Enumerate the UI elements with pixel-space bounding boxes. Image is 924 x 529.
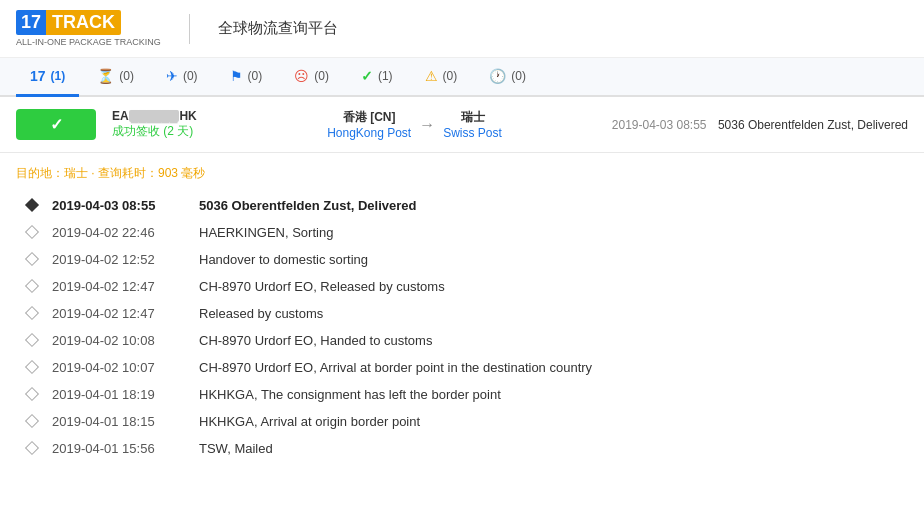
- timeline-item: 2019-04-02 12:47Released by customs: [24, 300, 900, 327]
- tracking-num-prefix: EA: [112, 109, 129, 123]
- timeline-item: 2019-04-01 18:19HKHKGA, The consignment …: [24, 381, 900, 408]
- tab-all-count: (1): [51, 69, 66, 83]
- dest-carrier: Swiss Post: [443, 126, 502, 140]
- timeline-desc: 5036 Oberentfelden Zust, Delivered: [199, 198, 416, 213]
- package-status-text: 成功签收 (2 天): [112, 123, 303, 140]
- detail-meta: 目的地：瑞士 · 查询耗时：903 毫秒: [16, 165, 908, 182]
- timeline-item: 2019-04-01 18:15HKHKGA, Arrival at origi…: [24, 408, 900, 435]
- logo-area: 17TRACK ALL-IN-ONE PACKAGE TRACKING 全球物流…: [16, 10, 338, 47]
- tab-delivered-icon: ✓: [361, 68, 373, 84]
- timeline: 2019-04-03 08:555036 Oberentfelden Zust,…: [16, 192, 908, 462]
- tracking-number-display: EA██████HK: [112, 109, 303, 123]
- timeline-time: 2019-04-02 10:07: [52, 360, 187, 375]
- timeline-item: 2019-04-01 15:56TSW, Mailed: [24, 435, 900, 462]
- package-route: 香港 [CN] HongKong Post → 瑞士 Swiss Post: [319, 109, 510, 140]
- tab-transit-icon: ✈: [166, 68, 178, 84]
- tab-undelivered-count: (0): [314, 69, 329, 83]
- diamond-empty-icon: [25, 333, 39, 347]
- header-title: 全球物流查询平台: [218, 19, 338, 38]
- timeline-time: 2019-04-03 08:55: [52, 198, 187, 213]
- header: 17TRACK ALL-IN-ONE PACKAGE TRACKING 全球物流…: [0, 0, 924, 58]
- tab-all-icon: 17: [30, 68, 46, 84]
- dest-country: 瑞士: [461, 109, 485, 126]
- tab-alert-icon: ⚠: [425, 68, 438, 84]
- timeline-desc: CH-8970 Urdorf EO, Handed to customs: [199, 333, 432, 348]
- package-info: 2019-04-03 08:55 5036 Oberentfelden Zust…: [526, 118, 908, 132]
- timeline-time: 2019-04-01 18:19: [52, 387, 187, 402]
- route-dest: 瑞士 Swiss Post: [443, 109, 502, 140]
- tab-expired-icon: 🕐: [489, 68, 506, 84]
- timeline-time: 2019-04-02 12:52: [52, 252, 187, 267]
- timeline-desc: Released by customs: [199, 306, 323, 321]
- tab-pending-icon: ⏳: [97, 68, 114, 84]
- tab-delivered-count: (1): [378, 69, 393, 83]
- timeline-desc: HKHKGA, Arrival at origin border point: [199, 414, 420, 429]
- timeline-item: 2019-04-02 12:52Handover to domestic sor…: [24, 246, 900, 273]
- timeline-time: 2019-04-01 15:56: [52, 441, 187, 456]
- tab-all[interactable]: 17 (1): [16, 58, 79, 97]
- timeline-time: 2019-04-02 12:47: [52, 306, 187, 321]
- timeline-desc: HAERKINGEN, Sorting: [199, 225, 333, 240]
- diamond-empty-icon: [25, 387, 39, 401]
- tab-expired-count: (0): [511, 69, 526, 83]
- diamond-empty-icon: [25, 225, 39, 239]
- logo-wrapper: 17TRACK ALL-IN-ONE PACKAGE TRACKING: [16, 10, 161, 47]
- route-arrow: →: [419, 116, 435, 134]
- timeline-icon: [24, 306, 40, 318]
- tab-pending-count: (0): [119, 69, 134, 83]
- timeline-desc: HKHKGA, The consignment has left the bor…: [199, 387, 501, 402]
- tab-pending[interactable]: ⏳ (0): [83, 58, 148, 97]
- timeline-desc: CH-8970 Urdorf EO, Released by customs: [199, 279, 445, 294]
- logo-track: TRACK: [46, 10, 121, 35]
- logo-17: 17: [16, 10, 46, 35]
- tab-pickup-icon: ⚑: [230, 68, 243, 84]
- logo-sub: ALL-IN-ONE PACKAGE TRACKING: [16, 37, 161, 47]
- tab-alert-count: (0): [443, 69, 458, 83]
- tab-expired[interactable]: 🕐 (0): [475, 58, 540, 97]
- tab-undelivered[interactable]: ☹ (0): [280, 58, 343, 97]
- diamond-empty-icon: [25, 441, 39, 455]
- timeline-icon: [24, 252, 40, 264]
- timeline-icon: [24, 414, 40, 426]
- timeline-time: 2019-04-02 22:46: [52, 225, 187, 240]
- tracking-num-redact: ██████: [129, 110, 180, 122]
- timeline-item: 2019-04-02 10:07CH-8970 Urdorf EO, Arriv…: [24, 354, 900, 381]
- timeline-icon: [24, 225, 40, 237]
- timeline-desc: CH-8970 Urdorf EO, Arrival at border poi…: [199, 360, 592, 375]
- timeline-icon: [24, 360, 40, 372]
- timeline-icon: [24, 198, 40, 210]
- timeline-time: 2019-04-02 10:08: [52, 333, 187, 348]
- route-origin: 香港 [CN] HongKong Post: [327, 109, 411, 140]
- header-divider: [189, 14, 190, 44]
- diamond-filled-icon: [25, 198, 39, 212]
- diamond-empty-icon: [25, 279, 39, 293]
- tab-transit[interactable]: ✈ (0): [152, 58, 212, 97]
- timeline-icon: [24, 333, 40, 345]
- diamond-empty-icon: [25, 252, 39, 266]
- tab-alert[interactable]: ⚠ (0): [411, 58, 472, 97]
- timeline-item: 2019-04-02 22:46HAERKINGEN, Sorting: [24, 219, 900, 246]
- tab-pickup-count: (0): [248, 69, 263, 83]
- timeline-desc: Handover to domestic sorting: [199, 252, 368, 267]
- tab-pickup[interactable]: ⚑ (0): [216, 58, 277, 97]
- package-check-icon: ✓: [50, 115, 63, 134]
- tab-delivered[interactable]: ✓ (1): [347, 58, 407, 97]
- origin-country: 香港 [CN]: [343, 109, 396, 126]
- package-code: EA██████HK 成功签收 (2 天): [112, 109, 303, 140]
- diamond-empty-icon: [25, 360, 39, 374]
- package-event-desc: 5036 Oberentfelden Zust, Delivered: [718, 118, 908, 132]
- timeline-icon: [24, 387, 40, 399]
- timeline-item: 2019-04-02 10:08CH-8970 Urdorf EO, Hande…: [24, 327, 900, 354]
- tab-transit-count: (0): [183, 69, 198, 83]
- tab-bar: 17 (1) ⏳ (0) ✈ (0) ⚑ (0) ☹ (0) ✓ (1) ⚠ (…: [0, 58, 924, 97]
- tracking-num-suffix: HK: [179, 109, 196, 123]
- diamond-empty-icon: [25, 306, 39, 320]
- timeline-icon: [24, 441, 40, 453]
- timeline-time: 2019-04-02 12:47: [52, 279, 187, 294]
- timeline-icon: [24, 279, 40, 291]
- timeline-desc: TSW, Mailed: [199, 441, 273, 456]
- timeline-time: 2019-04-01 18:15: [52, 414, 187, 429]
- timeline-item: 2019-04-03 08:555036 Oberentfelden Zust,…: [24, 192, 900, 219]
- package-row[interactable]: ✓ EA██████HK 成功签收 (2 天) 香港 [CN] HongKong…: [0, 97, 924, 153]
- tab-undelivered-icon: ☹: [294, 68, 309, 84]
